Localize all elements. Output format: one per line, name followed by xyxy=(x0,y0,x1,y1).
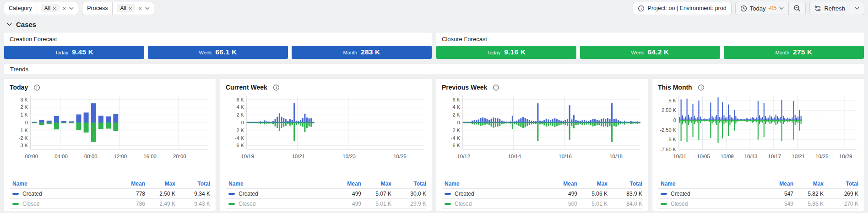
series-name: Created xyxy=(239,191,258,197)
column-total[interactable]: Total xyxy=(175,181,210,187)
column-mean[interactable]: Mean xyxy=(763,181,793,187)
table-row: Closed 499 5.01 K 29.9 K xyxy=(226,199,426,209)
column-name[interactable]: Name xyxy=(10,181,115,187)
svg-text:-7.50 K: -7.50 K xyxy=(660,147,677,152)
kpi-month[interactable]: Month 275 K xyxy=(724,46,864,59)
refresh-button[interactable]: Refresh xyxy=(810,2,850,15)
cases-section-header[interactable]: Cases xyxy=(0,16,868,30)
svg-text:6 K: 6 K xyxy=(452,97,460,102)
column-name[interactable]: Name xyxy=(442,181,547,187)
legend-closed[interactable]: Closed xyxy=(442,201,547,207)
table-row: Created 499 5.06 K 83.9 K xyxy=(442,189,642,199)
kpi-today[interactable]: Today 9.45 K xyxy=(4,46,144,59)
svg-text:-1 K: -1 K xyxy=(19,128,28,133)
svg-text:6 K: 6 K xyxy=(236,97,244,102)
created-swatch xyxy=(661,193,667,195)
kpi-value: 64.2 K xyxy=(648,48,669,56)
svg-text:-3 K: -3 K xyxy=(19,143,28,148)
column-mean[interactable]: Mean xyxy=(331,181,361,187)
mean-value: 499 xyxy=(331,191,361,197)
legend-created[interactable]: Created xyxy=(226,191,331,197)
legend-closed[interactable]: Closed xyxy=(226,201,331,207)
column-max[interactable]: Max xyxy=(577,181,608,187)
mean-value: 549 xyxy=(763,201,793,207)
svg-text:-2 K: -2 K xyxy=(235,128,244,133)
section-title: Cases xyxy=(16,21,36,28)
chevron-down-icon[interactable] xyxy=(145,7,150,10)
info-icon[interactable] xyxy=(493,84,499,91)
table-row: Created 547 5.82 K 269 K xyxy=(658,189,858,199)
panel-title: Creation Forecast xyxy=(4,32,432,43)
column-max[interactable]: Max xyxy=(361,181,391,187)
column-total[interactable]: Total xyxy=(608,181,642,187)
svg-text:4 K: 4 K xyxy=(452,104,460,110)
column-name[interactable]: Name xyxy=(658,181,763,187)
chevron-down-icon[interactable] xyxy=(69,7,74,10)
process-chip[interactable]: All× xyxy=(117,4,135,12)
remove-chip-icon[interactable]: × xyxy=(53,5,56,11)
zoom-out-button[interactable] xyxy=(788,2,805,15)
legend-created[interactable]: Created xyxy=(442,191,547,197)
kpi-label: Month xyxy=(776,50,790,55)
process-filter[interactable]: Process All× × xyxy=(82,2,154,15)
clear-filter-icon[interactable]: × xyxy=(138,5,142,11)
refresh-options-button[interactable] xyxy=(850,2,864,15)
max-value: 5.06 K xyxy=(577,191,608,197)
legend-closed[interactable]: Closed xyxy=(10,201,115,207)
category-chip[interactable]: All× xyxy=(41,4,60,12)
legend-created[interactable]: Created xyxy=(658,191,763,197)
svg-text:10/09: 10/09 xyxy=(721,154,734,159)
remove-chip-icon[interactable]: × xyxy=(129,5,132,11)
trend-panel-previous-week: Previous Week 6 K4 K2 K0-2 K-4 K-6 K10/1… xyxy=(436,79,648,211)
time-range-group: Today -05 xyxy=(735,2,806,15)
svg-text:3 K: 3 K xyxy=(20,97,28,102)
time-range-button[interactable]: Today -05 xyxy=(736,2,789,15)
series-name: Closed xyxy=(671,201,688,207)
svg-text:10/01: 10/01 xyxy=(673,154,686,159)
svg-text:10/18: 10/18 xyxy=(609,154,623,159)
kpi-week[interactable]: Week 66.1 K xyxy=(148,46,288,59)
column-mean[interactable]: Mean xyxy=(547,181,577,187)
process-filter-value[interactable]: All× × xyxy=(113,2,154,15)
column-max[interactable]: Max xyxy=(145,181,175,187)
column-max[interactable]: Max xyxy=(793,181,824,187)
info-icon[interactable] xyxy=(273,84,280,91)
svg-text:10/19: 10/19 xyxy=(241,154,254,159)
kpi-week[interactable]: Week 64.2 K xyxy=(580,46,720,59)
svg-text:12:00: 12:00 xyxy=(114,154,127,159)
svg-text:10/16: 10/16 xyxy=(559,154,572,159)
series-stats-table: Name Mean Max Total Created 778 2.50 K 9… xyxy=(10,179,210,209)
info-icon[interactable] xyxy=(33,84,40,91)
kpi-month[interactable]: Month 283 K xyxy=(292,46,432,59)
svg-text:4 K: 4 K xyxy=(236,104,244,110)
kpi-value: 275 K xyxy=(793,48,812,56)
category-filter[interactable]: Category All× × xyxy=(4,2,78,15)
column-total[interactable]: Total xyxy=(391,181,426,187)
table-row: Closed 549 5.86 K 270 K xyxy=(658,199,858,209)
column-name[interactable]: Name xyxy=(226,181,331,187)
svg-text:-4 K: -4 K xyxy=(235,135,244,141)
process-filter-label: Process xyxy=(82,2,113,15)
trend-charts-row: Today 3 K2 K1 K0-1 K-2 K-3 K00:0004:0008… xyxy=(4,79,864,211)
svg-text:2 K: 2 K xyxy=(20,104,28,110)
svg-text:0: 0 xyxy=(673,117,676,123)
collapse-chevron-icon[interactable] xyxy=(7,23,12,26)
clear-filter-icon[interactable]: × xyxy=(63,5,66,11)
svg-text:5 K: 5 K xyxy=(668,98,676,103)
panel-title: Today xyxy=(10,84,28,91)
info-icon[interactable] xyxy=(698,84,705,91)
mirror-bar-chart: 5 K2.50 K0-2.50 K-5 K-7.50 K10/0110/0510… xyxy=(658,92,858,161)
svg-text:-4 K: -4 K xyxy=(451,135,461,141)
column-total[interactable]: Total xyxy=(824,181,858,187)
legend-closed[interactable]: Closed xyxy=(658,201,763,207)
svg-text:2.50 K: 2.50 K xyxy=(662,107,676,113)
column-mean[interactable]: Mean xyxy=(115,181,145,187)
kpi-label: Today xyxy=(487,50,500,55)
legend-created[interactable]: Created xyxy=(10,191,115,197)
series-name: Closed xyxy=(239,201,255,207)
svg-text:10/21: 10/21 xyxy=(792,154,805,159)
created-swatch xyxy=(445,193,451,195)
category-filter-value[interactable]: All× × xyxy=(37,2,78,15)
kpi-today[interactable]: Today 9.16 K xyxy=(436,46,576,59)
series-name: Created xyxy=(671,191,690,197)
